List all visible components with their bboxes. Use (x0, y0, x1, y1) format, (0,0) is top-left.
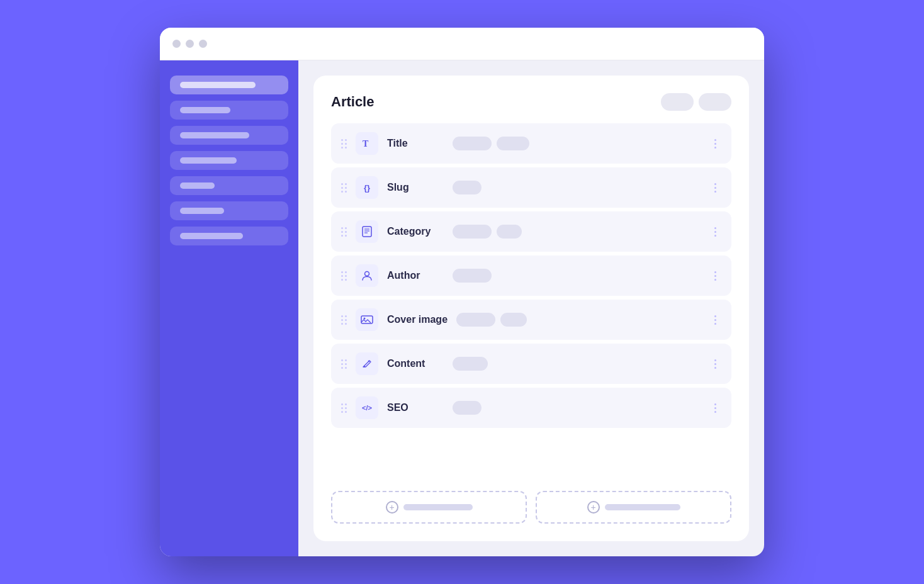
browser-window: Article (160, 28, 764, 556)
drag-handle-title[interactable] (341, 139, 347, 149)
sidebar-item-label-1 (180, 82, 256, 88)
field-row-category: Category (331, 211, 731, 252)
fields-list: T Title (331, 123, 731, 485)
add-field-label (403, 504, 473, 510)
traffic-lights (172, 40, 207, 48)
browser-body: Article (160, 60, 764, 556)
drag-handle-slug[interactable] (341, 183, 347, 193)
sidebar-item-7[interactable] (170, 227, 288, 245)
field-more-content[interactable] (709, 359, 721, 369)
field-icon-content (356, 352, 378, 375)
field-tag-seo-1 (453, 401, 482, 415)
sidebar-item-label-7 (180, 233, 243, 239)
field-tag-cover-1 (456, 313, 495, 327)
header-action-btn-2[interactable] (699, 93, 731, 111)
sidebar (160, 60, 298, 556)
field-name-cover-image: Cover image (387, 314, 448, 325)
field-name-title: Title (387, 138, 444, 149)
field-tags-seo (453, 401, 700, 415)
field-icon-seo: </> (356, 396, 378, 419)
field-more-slug[interactable] (709, 183, 721, 193)
field-tags-slug (453, 181, 700, 194)
field-more-seo[interactable] (709, 403, 721, 413)
sidebar-item-2[interactable] (170, 101, 288, 120)
svg-point-7 (364, 318, 366, 320)
field-icon-author (356, 264, 378, 287)
field-tags-category (453, 225, 700, 239)
field-tag-category-1 (453, 225, 492, 239)
close-button-traffic[interactable] (172, 40, 181, 48)
sidebar-item-label-3 (180, 132, 249, 138)
add-relation-button[interactable]: + (536, 491, 731, 524)
drag-handle-author[interactable] (341, 271, 347, 281)
field-more-author[interactable] (709, 271, 721, 281)
field-row-cover-image: Cover image (331, 300, 731, 340)
maximize-button-traffic[interactable] (199, 40, 207, 48)
field-tags-author (453, 269, 700, 283)
header-action-btn-1[interactable] (661, 93, 694, 111)
sidebar-item-3[interactable] (170, 126, 288, 145)
minimize-button-traffic[interactable] (186, 40, 194, 48)
field-tag-author-1 (453, 269, 492, 283)
field-tag-category-2 (497, 225, 522, 239)
sidebar-item-label-6 (180, 208, 224, 214)
svg-rect-1 (363, 227, 371, 237)
svg-point-5 (365, 272, 369, 276)
field-row-seo: </> SEO (331, 388, 731, 428)
field-tag-cover-2 (500, 313, 527, 327)
field-row-slug: {} Slug (331, 167, 731, 208)
card-header-actions (661, 93, 731, 111)
field-name-category: Category (387, 226, 444, 237)
card-title: Article (331, 94, 374, 110)
field-tag-content-1 (453, 357, 488, 371)
card-header: Article (331, 93, 731, 111)
sidebar-item-6[interactable] (170, 201, 288, 220)
field-tags-cover-image (456, 313, 700, 327)
main-content: Article (298, 60, 764, 556)
add-field-button[interactable]: + (331, 491, 527, 524)
add-buttons: + + (331, 491, 731, 524)
drag-handle-category[interactable] (341, 227, 347, 237)
field-more-cover-image[interactable] (709, 315, 721, 325)
field-more-category[interactable] (709, 227, 721, 237)
field-row-title: T Title (331, 123, 731, 164)
field-name-slug: Slug (387, 182, 444, 193)
field-name-content: Content (387, 358, 444, 369)
add-relation-label (605, 504, 680, 510)
svg-rect-6 (361, 316, 373, 323)
sidebar-item-label-5 (180, 182, 215, 189)
field-row-content: Content (331, 344, 731, 384)
add-field-plus-icon: + (386, 501, 398, 514)
field-icon-cover-image (356, 308, 378, 331)
drag-handle-seo[interactable] (341, 403, 347, 413)
field-tags-content (453, 357, 700, 371)
sidebar-item-5[interactable] (170, 176, 288, 195)
drag-handle-content[interactable] (341, 359, 347, 369)
field-row-author: Author (331, 256, 731, 296)
sidebar-item-4[interactable] (170, 151, 288, 170)
sidebar-item-1[interactable] (170, 76, 288, 94)
field-name-author: Author (387, 270, 444, 281)
field-icon-slug: {} (356, 176, 378, 199)
field-tag-title-1 (453, 137, 492, 150)
sidebar-item-label-2 (180, 107, 230, 113)
field-icon-category (356, 220, 378, 243)
browser-titlebar (160, 28, 764, 60)
add-relation-plus-icon: + (587, 501, 600, 514)
sidebar-item-label-4 (180, 157, 237, 164)
drag-handle-cover-image[interactable] (341, 315, 347, 325)
field-tag-slug-1 (453, 181, 482, 194)
field-more-title[interactable] (709, 139, 721, 149)
field-tag-title-2 (497, 137, 529, 150)
svg-text:T: T (363, 139, 369, 149)
field-name-seo: SEO (387, 402, 444, 413)
field-tags-title (453, 137, 700, 150)
field-icon-title: T (356, 132, 378, 155)
content-card: Article (313, 76, 749, 541)
